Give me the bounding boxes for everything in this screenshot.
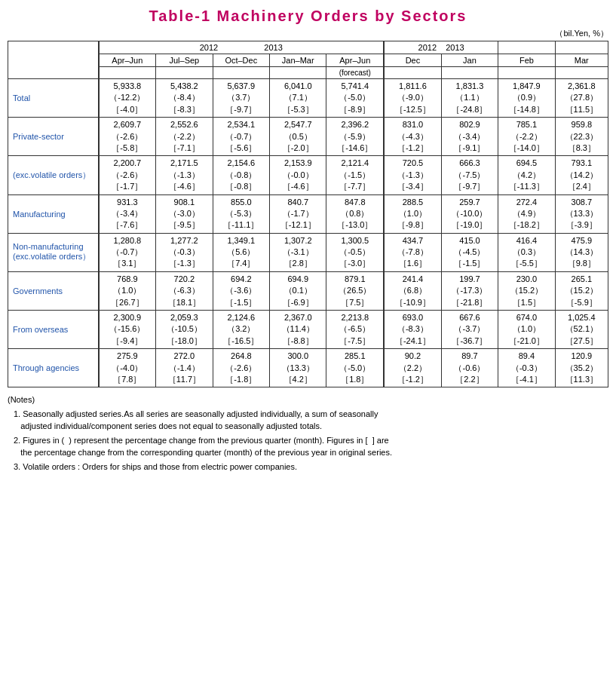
col-mar: Mar bbox=[555, 54, 608, 67]
col-sub-feb bbox=[498, 67, 555, 79]
data-cell-r1-c0: 2,609.7 （-2.6） ［-5.8］ bbox=[99, 118, 156, 156]
page-title: Table-1 Machinery Orders by Sectors bbox=[8, 8, 608, 25]
data-cell-r2-c8: 793.1 （14.2） ［2.4］ bbox=[555, 156, 608, 194]
data-cell-r7-c7: 89.4 （-0.3） ［-4.1］ bbox=[498, 349, 555, 387]
data-cell-r1-c3: 2,547.7 （0.5） ［-2.0］ bbox=[270, 118, 326, 156]
data-cell-r5-c0: 768.9 （1.0） ［26.7］ bbox=[99, 271, 156, 310]
data-cell-r4-c3: 1,307.2 （-3.1） ［2.8］ bbox=[270, 233, 326, 271]
data-cell-r3-c8: 308.7 （13.3） ［-3.9］ bbox=[555, 194, 608, 233]
data-cell-r2-c3: 2,153.9 （-0.0） ［-4.6］ bbox=[270, 156, 326, 194]
data-cell-r1-c6: 802.9 （-3.4） ［-9.1］ bbox=[441, 118, 498, 156]
data-cell-r3-c2: 855.0 （-5.3） ［-11.1］ bbox=[213, 194, 269, 233]
data-cell-r5-c2: 694.2 （-3.6） ［-1.5］ bbox=[213, 271, 269, 310]
data-cell-r0-c4: 5,741.4 （-5.0） ［-8.9］ bbox=[326, 79, 384, 118]
data-cell-r7-c0: 275.9 （-4.0） ［7.8］ bbox=[99, 349, 156, 387]
unit-note: （bil.Yen, %） bbox=[8, 28, 608, 39]
col-sub-apr-jun bbox=[99, 67, 156, 79]
data-cell-r6-c1: 2,059.3 （-10.5） ［-18.0］ bbox=[156, 311, 213, 349]
data-cell-r4-c8: 475.9 （14.3） ［9.8］ bbox=[555, 233, 608, 271]
row-label-2: (exc.volatile orders） bbox=[8, 156, 99, 194]
col-jan-mar-2013: Jan–Mar bbox=[270, 54, 326, 67]
data-cell-r3-c0: 931.3 （-3.4） ［-7.6］ bbox=[99, 194, 156, 233]
data-cell-r0-c0: 5,933.8 （-12.2） ［-4.0］ bbox=[99, 79, 156, 118]
data-cell-r3-c5: 288.5 （1.0） ［-9.8］ bbox=[384, 194, 441, 233]
data-cell-r1-c4: 2,396.2 （-5.9） ［-14.6］ bbox=[326, 118, 384, 156]
col-header-monthly-2012-2013: 2012 2013 bbox=[384, 41, 498, 54]
data-cell-r4-c1: 1,277.2 （-0.3） ［-1.3］ bbox=[156, 233, 213, 271]
data-cell-r1-c2: 2,534.1 （-0.7） ［-5.6］ bbox=[213, 118, 269, 156]
data-cell-r4-c6: 415.0 （-4.5） ［-1.5］ bbox=[441, 233, 498, 271]
notes-item-0: 1. Seasonally adjusted series.As all ser… bbox=[8, 408, 608, 433]
data-cell-r7-c2: 264.8 （-2.6） ［-1.8］ bbox=[213, 349, 269, 387]
data-cell-r2-c1: 2,171.5 （-1.3） ［-4.6］ bbox=[156, 156, 213, 194]
data-cell-r0-c3: 6,041.0 （7.1） ［-5.3］ bbox=[270, 79, 326, 118]
data-cell-r3-c6: 259.7 （-10.0） ［-19.0］ bbox=[441, 194, 498, 233]
data-cell-r5-c1: 720.2 （-6.3） ［18.1］ bbox=[156, 271, 213, 310]
data-cell-r2-c4: 2,121.4 （-1.5） ［-7.7］ bbox=[326, 156, 384, 194]
col-header-label bbox=[8, 41, 99, 79]
data-cell-r6-c8: 1,025.4 （52.1） ［27.5］ bbox=[555, 311, 608, 349]
col-apr-jun-2013: Apr–Jun bbox=[326, 54, 384, 67]
data-cell-r2-c5: 720.5 （-1.3） ［-3.4］ bbox=[384, 156, 441, 194]
col-sub-oct-dec bbox=[213, 67, 269, 79]
col-oct-dec: Oct–Dec bbox=[213, 54, 269, 67]
row-label-4: Non-manufacturing (exc.volatile orders） bbox=[8, 233, 99, 271]
data-cell-r2-c7: 694.5 （4.2） ［-11.3］ bbox=[498, 156, 555, 194]
row-label-0: Total bbox=[8, 79, 99, 118]
row-label-5: Governments bbox=[8, 271, 99, 310]
notes-item-1: 2. Figures in ( ) represent the percenta… bbox=[8, 434, 608, 459]
data-cell-r1-c8: 959.8 （22.3） ［8.3］ bbox=[555, 118, 608, 156]
col-sub-jul-sep bbox=[156, 67, 213, 79]
data-cell-r3-c3: 840.7 （-1.7） ［-12.1］ bbox=[270, 194, 326, 233]
col-dec-2012: Dec bbox=[384, 54, 441, 67]
data-cell-r5-c4: 879.1 （26.5） ［7.5］ bbox=[326, 271, 384, 310]
data-cell-r3-c1: 908.1 （-3.0） ［-9.5］ bbox=[156, 194, 213, 233]
data-cell-r6-c2: 2,124.6 （3.2） ［-16.5］ bbox=[213, 311, 269, 349]
data-cell-r4-c0: 1,280.8 （-0.7） ［3.1］ bbox=[99, 233, 156, 271]
col-header-2012-2013-quarters: 2012 2013 bbox=[99, 41, 385, 54]
data-cell-r7-c3: 300.0 （13.3） ［4.2］ bbox=[270, 349, 326, 387]
col-sub-mar bbox=[555, 67, 608, 79]
data-cell-r5-c8: 265.1 （15.2） ［-5.9］ bbox=[555, 271, 608, 310]
data-cell-r6-c4: 2,213.8 （-6.5） ［-7.5］ bbox=[326, 311, 384, 349]
col-header-feb bbox=[498, 41, 555, 54]
data-cell-r1-c1: 2,552.6 （-2.2） ［-7.1］ bbox=[156, 118, 213, 156]
data-cell-r0-c7: 1,847.9 （0.9） ［-14.8］ bbox=[498, 79, 555, 118]
data-cell-r6-c0: 2,300.9 （-15.6） ［-9.4］ bbox=[99, 311, 156, 349]
data-cell-r7-c8: 120.9 （35.2） ［11.3］ bbox=[555, 349, 608, 387]
data-cell-r5-c3: 694.9 （0.1） ［-6.9］ bbox=[270, 271, 326, 310]
notes-item-2: 3. Volatile orders : Orders for ships an… bbox=[8, 461, 608, 473]
data-cell-r0-c1: 5,438.2 （-8.4） ［-8.3］ bbox=[156, 79, 213, 118]
col-jul-sep: Jul–Sep bbox=[156, 54, 213, 67]
col-jan-2013: Jan bbox=[441, 54, 498, 67]
data-cell-r2-c0: 2,200.7 （-2.6） ［-1.7］ bbox=[99, 156, 156, 194]
col-header-mar bbox=[555, 41, 608, 54]
data-cell-r6-c6: 667.6 （-3.7） ［-36.7］ bbox=[441, 311, 498, 349]
row-label-7: Through agencies bbox=[8, 349, 99, 387]
data-cell-r0-c8: 2,361.8 （27.8） ［11.5］ bbox=[555, 79, 608, 118]
data-cell-r2-c6: 666.3 （-7.5） ［-9.7］ bbox=[441, 156, 498, 194]
col-sub-dec bbox=[384, 67, 441, 79]
data-cell-r4-c4: 1,300.5 （-0.5） ［-3.0］ bbox=[326, 233, 384, 271]
notes-header: (Notes) bbox=[8, 394, 608, 406]
data-cell-r7-c1: 272.0 （-1.4） ［11.7］ bbox=[156, 349, 213, 387]
col-sub-jan-mar bbox=[270, 67, 326, 79]
row-label-6: From overseas bbox=[8, 311, 99, 349]
data-cell-r7-c4: 285.1 （-5.0） ［1.8］ bbox=[326, 349, 384, 387]
data-cell-r4-c2: 1,349.1 （5.6） ［7.4］ bbox=[213, 233, 269, 271]
row-label-1: Private-sector bbox=[8, 118, 99, 156]
data-cell-r3-c4: 847.8 （0.8） ［-13.0］ bbox=[326, 194, 384, 233]
main-table: 2012 2013 2012 2013 Apr–Jun Jul–Sep Oct–… bbox=[8, 41, 608, 387]
col-sub-forecast: (forecast) bbox=[326, 67, 384, 79]
data-cell-r6-c3: 2,367.0 （11.4） ［-8.8］ bbox=[270, 311, 326, 349]
data-cell-r4-c5: 434.7 （-7.8） ［1.6］ bbox=[384, 233, 441, 271]
col-apr-jun-2012: Apr–Jun bbox=[99, 54, 156, 67]
data-cell-r2-c2: 2,154.6 （-0.8） ［-0.8］ bbox=[213, 156, 269, 194]
notes-section: (Notes) 1. Seasonally adjusted series.As… bbox=[8, 394, 608, 473]
data-cell-r1-c5: 831.0 （-4.3） ［-1.2］ bbox=[384, 118, 441, 156]
data-cell-r7-c6: 89.7 （-0.6） ［2.2］ bbox=[441, 349, 498, 387]
data-cell-r4-c7: 416.4 （0.3） ［-5.5］ bbox=[498, 233, 555, 271]
col-feb: Feb bbox=[498, 54, 555, 67]
data-cell-r5-c6: 199.7 （-17.3） ［-21.8］ bbox=[441, 271, 498, 310]
col-sub-jan bbox=[441, 67, 498, 79]
